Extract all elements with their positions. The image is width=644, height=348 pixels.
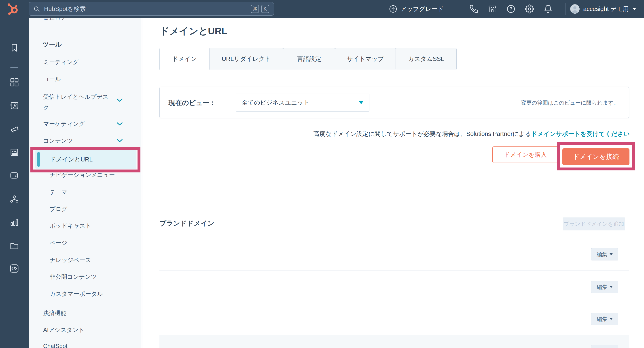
domain-support-text: 高度なドメイン設定に関してサポートが必要な場合は、Solutions Partn… [313,130,630,138]
settings-button[interactable] [524,4,534,14]
tab-language-settings[interactable]: 言語設定 [283,48,335,69]
sidebar-item-navigation-menu[interactable]: ナビゲーションメニュー [50,169,115,180]
sidebar-item-content[interactable]: コンテンツ [43,135,73,146]
topbar-divider [566,3,566,15]
table-row: 編集 [160,271,629,303]
help-button[interactable] [506,4,516,14]
tab-custom-ssl-label: カスタムSSL [408,55,444,63]
grid-icon[interactable] [10,77,19,87]
chevron-down-icon [632,8,636,10]
upgrade-button[interactable]: アップグレード [389,5,444,13]
buy-domain-button[interactable]: ドメインを購入 [492,146,558,163]
chevron-down-icon[interactable] [117,122,122,126]
edit-button[interactable]: 編集 [591,313,618,325]
connect-domain-label: ドメインを接続 [573,152,619,161]
sidebar-item-customer-portal[interactable]: カスタマーポータル [50,288,103,299]
tab-domains-label: ドメイン [172,55,197,63]
add-brand-domain-label: ブランドドメインを追加 [564,220,624,228]
sidebar-item-podcast[interactable]: ポッドキャスト [50,220,91,231]
shortcut-cmd-key: ⌘ [251,5,259,13]
select-caret-icon [359,101,363,104]
wallet-icon[interactable] [10,171,19,181]
current-view-card: 現在のビュー： 全てのビジネスユニット 変更の範囲はこのビューに限られます。 [160,87,629,118]
support-text: 高度なドメイン設定に関してサポートが必要な場合は、Solutions Partn… [313,130,531,137]
buy-domain-label: ドメインを購入 [504,151,547,159]
business-unit-select[interactable]: 全てのビジネスユニット [236,94,370,111]
sidebar-item-meetings[interactable]: ミーティング [43,57,79,67]
search-icon [33,6,40,12]
bell-icon [544,5,552,14]
bar-chart-icon[interactable] [10,217,19,227]
top-navigation-bar: HubSpotを検索 ⌘ K アップグレード [0,0,644,18]
search-input[interactable]: HubSpotを検索 ⌘ K [28,2,274,16]
sidebar-item-themes[interactable]: テーマ [50,187,67,198]
phone-icon [469,5,478,14]
current-view-label: 現在のビュー： [168,87,216,118]
notifications-button[interactable] [543,4,553,14]
upgrade-icon [389,5,397,13]
sidebar-item-ai-assistant[interactable]: AIアシスタント [43,324,84,335]
content-icon[interactable] [10,147,19,157]
selected-indicator-bar [37,152,40,167]
sidebar-item-clipped[interactable]: 監査ログ [43,18,67,23]
sidebar-item-knowledge-base[interactable]: ナレッジベース [50,255,91,265]
sidebar-item-pages[interactable]: ページ [50,237,67,248]
folder-icon[interactable] [10,241,19,251]
bookmark-icon[interactable] [10,43,19,53]
view-scope-note: 変更の範囲はこのビューに限られます。 [521,87,619,118]
megaphone-icon[interactable] [10,124,19,134]
table-row: 編集 [160,303,629,335]
brand-domains-heading: ブランドドメイン [160,219,214,228]
left-icon-rail [0,18,28,348]
topbar-divider [456,3,456,15]
contacts-icon[interactable] [10,101,19,111]
tab-language-settings-label: 言語設定 [297,55,321,63]
chevron-down-icon [610,318,613,320]
sidebar-item-marketing[interactable]: マーケティング [43,118,85,129]
tab-sitemap-label: サイトマップ [347,55,384,63]
table-row: 編集 [160,335,629,348]
sidebar-scrollbar[interactable] [141,18,143,348]
marketplace-icon [488,5,497,14]
edit-label: 編集 [597,283,608,291]
chevron-down-icon [610,253,613,255]
main-content: ドメインとURL ドメイン URLリダイレクト 言語設定 サイトマップ カスタム… [143,18,644,348]
edit-label: 編集 [597,315,608,323]
tab-url-redirects[interactable]: URLリダイレクト [209,48,283,69]
sidebar-item-calls[interactable]: コール [43,74,61,84]
chevron-down-icon[interactable] [117,139,122,142]
account-menu[interactable]: accesight デモ用 [570,4,636,14]
edit-button[interactable]: 編集 [591,248,618,260]
account-name: accesight デモ用 [583,5,629,13]
settings-sidebar: 監査ログ ツール ミーティング コール 受信トレイとヘルプデスク マーケティング… [28,18,143,348]
tab-custom-ssl[interactable]: カスタムSSL [396,48,456,69]
table-row: 編集 [160,238,629,271]
chevron-down-icon[interactable] [117,99,122,102]
page-title: ドメインとURL [160,25,227,37]
sidebar-item-payments[interactable]: 決済機能 [43,308,66,318]
calling-button[interactable] [469,4,479,14]
sidebar-item-private-content[interactable]: 非公開コンテンツ [50,271,97,282]
tab-sitemap[interactable]: サイトマップ [335,48,396,69]
gear-icon [525,5,534,14]
domain-support-link[interactable]: ドメインサポートを受けてください [531,130,630,137]
add-brand-domain-button[interactable]: ブランドドメインを追加 [562,218,625,230]
sidebar-item-chatspot[interactable]: ChatSpot [43,340,67,348]
sidebar-item-inbox-helpdesk[interactable]: 受信トレイとヘルプデスク [43,91,113,113]
tab-url-redirects-label: URLリダイレクト [222,55,271,63]
sidebar-item-blog[interactable]: ブログ [50,204,68,214]
business-unit-selected-value: 全てのビジネスユニット [242,99,310,107]
avatar [570,4,580,14]
connect-domain-button[interactable]: ドメインを接続 [562,148,630,165]
search-placeholder: HubSpotを検索 [44,5,248,13]
edit-button[interactable]: 編集 [591,345,618,348]
code-icon[interactable] [10,264,19,273]
hubspot-logo-icon[interactable] [6,2,20,16]
marketplace-button[interactable] [488,4,497,14]
sidebar-item-domains-url-label[interactable]: ドメインとURL [50,150,92,169]
tab-domains[interactable]: ドメイン [160,48,210,70]
org-chart-icon[interactable] [10,194,19,204]
edit-label: 編集 [597,251,608,258]
edit-button[interactable]: 編集 [591,281,618,293]
sidebar-section-tools: ツール [42,40,62,50]
